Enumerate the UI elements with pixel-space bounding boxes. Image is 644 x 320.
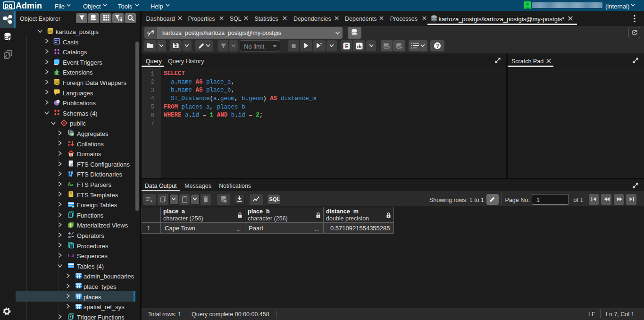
svg-text:E: E (345, 43, 349, 49)
svg-text:B: B (68, 143, 71, 147)
svg-text:?: ? (436, 43, 439, 49)
svg-text:a: a (71, 183, 74, 187)
svg-text:1..3: 1..3 (67, 253, 74, 258)
svg-text:A: A (68, 182, 71, 187)
